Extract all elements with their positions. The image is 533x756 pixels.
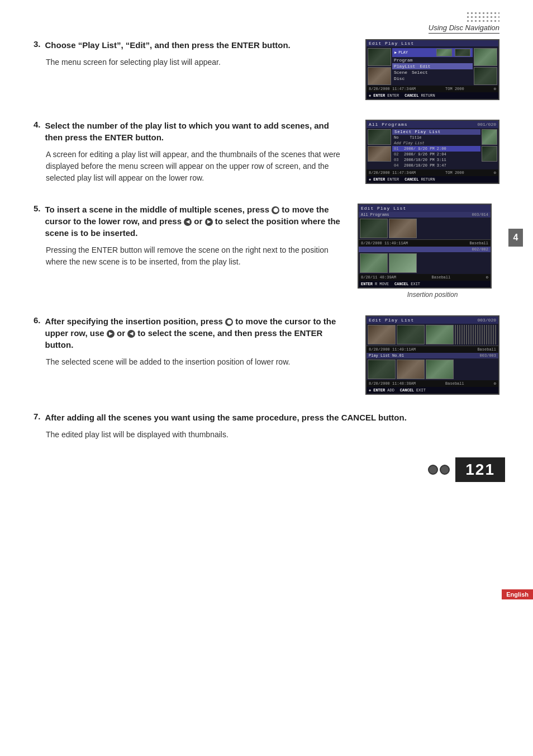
step-3-number: 3. bbox=[34, 39, 41, 51]
step-5-left: 5. To insert a scene in the middle of mu… bbox=[34, 204, 349, 299]
screen-2-item-2: 02 2000/ 9/26 PM 2:04 bbox=[392, 152, 480, 157]
step-6-number: 6. bbox=[34, 315, 41, 351]
step-5-right: Edit Play List All Programs 003/014 bbox=[360, 204, 505, 299]
step-3-section: 3. Choose “Play List”, “Edit”, and then … bbox=[34, 39, 505, 100]
step-5-section: 5. To insert a scene in the middle of mu… bbox=[34, 204, 505, 299]
screen-1-scene-row: Scene Select bbox=[392, 69, 473, 75]
step-3-body: The menu screen for selecting play list … bbox=[34, 56, 349, 68]
disc-left bbox=[428, 465, 438, 475]
screen-2-mockup: All Programs 001/020 Select Play List No bbox=[365, 120, 499, 184]
step-7-number: 7. bbox=[34, 412, 41, 423]
step-3-header: 3. Choose “Play List”, “Edit”, and then … bbox=[34, 39, 349, 51]
screen-4-footer: ◆ ENTER ADD CANCEL EXIT bbox=[367, 387, 498, 394]
screen-3-info-bar-2: 8/20/11 48:39AM Baseball ⚙ bbox=[359, 274, 491, 281]
screen-2-item-1: 01 2000/ 9/26 PM 2:00 bbox=[392, 146, 480, 152]
screen-4-mockup: Edit Play List 003/020 8/20/2000 11:49:1… bbox=[365, 315, 499, 395]
screen-2-all-programs: All Programs bbox=[369, 122, 408, 127]
screen-2-footer: ◆ ENTER ENTER CANCEL RETURN bbox=[367, 176, 498, 183]
page-number-badge: 121 bbox=[455, 457, 505, 482]
screen-1-play-row: ▶ PLAY bbox=[392, 48, 473, 57]
header-decoration: Using Disc Navigation bbox=[429, 11, 499, 34]
screen-1-disc-row: Disc bbox=[392, 75, 473, 82]
step-6-header: 6. After specifying the insertion positi… bbox=[34, 315, 349, 351]
step-5-body: Pressing the ENTER button will remove th… bbox=[34, 244, 349, 268]
screen-1-program-row: Program bbox=[392, 57, 473, 63]
step-4-right: All Programs 001/020 Select Play List No bbox=[360, 120, 505, 184]
screen-2-model: TOM 2000 bbox=[445, 171, 464, 175]
disc-icon-5: ▶ bbox=[107, 330, 115, 338]
step-3-title: Choose “Play List”, “Edit”, and then pre… bbox=[45, 39, 291, 51]
step-4-body: A screen for editing a play list will ap… bbox=[34, 149, 349, 184]
screen-1-enter-label: ENTER bbox=[373, 93, 385, 98]
screen-3-mockup: Edit Play List All Programs 003/014 bbox=[358, 204, 492, 289]
step-7-header: 7. After adding all the scenes you want … bbox=[34, 412, 505, 423]
step-7-title: After adding all the scenes you want usi… bbox=[45, 412, 407, 423]
screen-1-cancel-label: CANCEL bbox=[404, 93, 418, 98]
screen-4-info-bar-2: 8/20/2000 11:48:38AM Baseball ⚙ bbox=[367, 380, 498, 387]
page-header-title: Using Disc Navigation bbox=[429, 23, 499, 34]
step-4-section: 4. Select the number of the play list to… bbox=[34, 120, 505, 184]
step-4-number: 4. bbox=[34, 120, 41, 143]
disc-icon-4: ⬤ bbox=[225, 318, 233, 326]
screen-2-time: 8/20/2000 11:47:34AM bbox=[369, 171, 416, 175]
step-5-header: 5. To insert a scene in the middle of mu… bbox=[34, 204, 349, 239]
screen-1-model: TOM 2000 bbox=[445, 87, 464, 91]
header-area: Using Disc Navigation bbox=[34, 11, 505, 34]
screen-2-info-bar: 8/20/2000 11:47:34AM TOM 2000 ⚙ bbox=[367, 169, 498, 176]
screen-2-item-4: 04 2000/10/20 PM 3:47 bbox=[392, 163, 480, 168]
step-7-section: 7. After adding all the scenes you want … bbox=[34, 412, 505, 441]
disc-icon-2: ◀ bbox=[184, 218, 192, 226]
step-5-title: To insert a scene in the middle of multi… bbox=[45, 204, 349, 239]
insertion-label: Insertion position bbox=[407, 291, 458, 299]
badge-4: 4 bbox=[508, 229, 523, 247]
step-4-left: 4. Select the number of the play list to… bbox=[34, 120, 349, 184]
screen-1-title: Edit Play List bbox=[369, 41, 414, 46]
step-6-right: Edit Play List 003/020 8/20/2000 11:49:1… bbox=[360, 315, 505, 395]
screen-2-select-bar: Select Play List bbox=[392, 129, 480, 135]
step-6-left: 6. After specifying the insertion positi… bbox=[34, 315, 349, 395]
disc-icon-6: ◀ bbox=[127, 330, 135, 338]
page-container: Using Disc Navigation 3. Choose “Play Li… bbox=[0, 0, 533, 756]
page-number-area: 121 bbox=[34, 457, 505, 482]
step-4-title: Select the number of the play list to wh… bbox=[45, 120, 349, 143]
page-number-discs bbox=[428, 465, 450, 475]
screen-1-time: 8/20/2000 11:47:34AM bbox=[369, 87, 416, 91]
screen-2-item-3: 03 2000/10/20 PM 3:11 bbox=[392, 157, 480, 163]
step-3-left: 3. Choose “Play List”, “Edit”, and then … bbox=[34, 39, 349, 100]
step-4-header: 4. Select the number of the play list to… bbox=[34, 120, 349, 143]
screen-1-info-bar: 8/20/2000 11:47:34AM TOM 2000 ⚙ bbox=[367, 86, 498, 92]
screen-1-playlist-row: PlayList Edit bbox=[392, 63, 473, 69]
step-5-number: 5. bbox=[34, 204, 41, 239]
step-6-title: After specifying the insertion position,… bbox=[45, 315, 349, 351]
screen-4-playlist-bar: Play List No.01 003/003 bbox=[367, 353, 498, 358]
dots-decoration bbox=[466, 11, 499, 22]
english-label: English bbox=[502, 589, 533, 599]
disc-icon-3: ▶ bbox=[205, 218, 213, 226]
step-7-body: The edited play list will be displayed w… bbox=[34, 429, 505, 441]
screen-1-mockup: Edit Play List ▶ PLAY bbox=[365, 39, 499, 100]
step-3-right: Edit Play List ▶ PLAY bbox=[360, 39, 505, 100]
screen-3-info-bar-1: 8/20/2000 11:49:11AM Baseball bbox=[359, 240, 491, 247]
screen-3-wrapper: Edit Play List All Programs 003/014 bbox=[358, 204, 507, 289]
disc-right bbox=[440, 465, 450, 475]
screen-4-info-bar-1: 8/20/2000 11:49:11AM Baseball bbox=[367, 346, 498, 353]
step-6-body: The selected scene will be added to the … bbox=[34, 356, 349, 368]
screen-1-footer: ◆ ENTER ENTER CANCEL RETURN bbox=[367, 92, 498, 99]
disc-icon-1: ⬤ bbox=[272, 206, 279, 214]
screen-2-counter: 001/020 bbox=[477, 122, 496, 127]
screen-3-footer: ENTER R MOVE CANCEL EXIT bbox=[359, 281, 491, 287]
step-6-section: 6. After specifying the insertion positi… bbox=[34, 315, 505, 395]
screen-1-title-bar: Edit Play List bbox=[367, 40, 498, 46]
play-icon: ▶ bbox=[394, 50, 397, 55]
